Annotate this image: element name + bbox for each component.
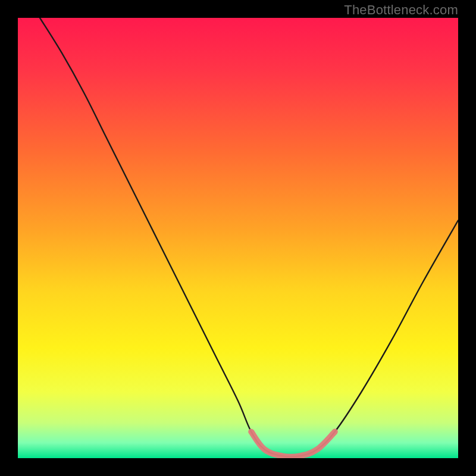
optimal-range-highlight xyxy=(251,432,335,457)
curve-layer xyxy=(18,18,458,458)
watermark-text: TheBottleneck.com xyxy=(344,2,458,18)
bottleneck-curve xyxy=(40,18,458,457)
plot-area xyxy=(18,18,458,458)
chart-frame: TheBottleneck.com xyxy=(0,0,476,476)
